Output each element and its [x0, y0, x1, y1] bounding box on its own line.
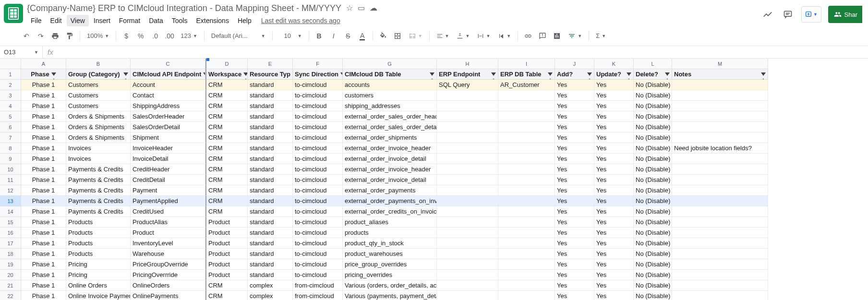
cell[interactable]: from-cimcloud [293, 291, 343, 300]
row-header[interactable]: 17 [0, 238, 21, 249]
cell[interactable]: external_order_invoice_detail [343, 154, 437, 164]
column-header-C[interactable]: C [131, 59, 205, 69]
cell[interactable]: Product [205, 228, 248, 238]
cell[interactable]: Account [131, 80, 205, 90]
column-header-A[interactable]: A [21, 59, 66, 69]
cell[interactable]: Yes [555, 175, 594, 185]
cell[interactable]: product_warehouses [343, 249, 437, 259]
cell[interactable] [498, 206, 555, 217]
cell[interactable]: Phase 1 [21, 270, 66, 280]
cell[interactable]: Phase 1 [21, 206, 66, 217]
cell[interactable]: Phase 1 [21, 143, 66, 154]
cell[interactable] [672, 259, 768, 270]
cell[interactable]: standard [248, 143, 293, 154]
cell[interactable]: Yes [555, 196, 594, 206]
cell[interactable]: CRM [205, 143, 248, 154]
merge-button[interactable]: ▼ [406, 32, 425, 40]
cell[interactable]: CRM [205, 111, 248, 122]
cell[interactable]: Contact [131, 90, 205, 101]
cell[interactable]: Phase 1 [21, 280, 66, 291]
menu-help[interactable]: Help [234, 15, 255, 26]
cell[interactable]: SalesOrderDetail [131, 122, 205, 132]
move-icon[interactable]: ▭ [358, 4, 365, 12]
cell[interactable] [672, 80, 768, 90]
cell[interactable] [437, 154, 498, 164]
cell[interactable]: Product [205, 238, 248, 249]
font-size-select[interactable]: 10▼ [277, 32, 305, 39]
filter-icon[interactable] [123, 72, 128, 76]
cell[interactable]: Yes [594, 196, 634, 206]
link-button[interactable] [522, 30, 534, 42]
cell[interactable]: standard [248, 228, 293, 238]
cell[interactable]: product_qty_in_stock [343, 238, 437, 249]
cell[interactable]: Yes [555, 185, 594, 196]
cell[interactable] [437, 132, 498, 143]
cell[interactable]: complex [248, 291, 293, 300]
cell[interactable]: to-cimcloud [293, 249, 343, 259]
row-header[interactable]: 9 [0, 154, 21, 164]
name-box[interactable]: O13▼ [0, 48, 42, 56]
row-header[interactable]: 14 [0, 206, 21, 217]
cell[interactable] [498, 185, 555, 196]
cell[interactable]: to-cimcloud [293, 164, 343, 175]
rotate-button[interactable]: ▼ [495, 33, 514, 39]
column-header-J[interactable]: J [555, 59, 594, 69]
cell[interactable]: No (Disable) [634, 90, 672, 101]
cell[interactable]: to-cimcloud [293, 185, 343, 196]
cell[interactable]: CRM [205, 80, 248, 90]
cell[interactable]: Invoices [66, 143, 131, 154]
decrease-decimal-button[interactable]: .0 [149, 30, 161, 42]
cell[interactable] [498, 154, 555, 164]
cell[interactable] [498, 270, 555, 280]
cell[interactable]: OnlineOrders [131, 280, 205, 291]
cell[interactable] [437, 249, 498, 259]
cell[interactable]: to-cimcloud [293, 90, 343, 101]
cell[interactable]: from-cimcloud [293, 280, 343, 291]
header-cell[interactable]: Update? [594, 69, 634, 80]
cell[interactable]: external_order_shipments [343, 132, 437, 143]
cell[interactable]: Yes [555, 270, 594, 280]
cell[interactable]: Payments & Credits [66, 206, 131, 217]
header-cell[interactable]: Phase [21, 69, 66, 80]
cell[interactable]: Phase 1 [21, 249, 66, 259]
cell[interactable]: Yes [594, 111, 634, 122]
cell[interactable]: to-cimcloud [293, 196, 343, 206]
cell[interactable]: Invoices [66, 154, 131, 164]
cell[interactable]: CRM [205, 185, 248, 196]
cell[interactable] [672, 122, 768, 132]
header-cell[interactable]: Notes [672, 69, 768, 80]
cell[interactable]: Yes [555, 132, 594, 143]
menu-file[interactable]: File [27, 15, 46, 26]
cell[interactable]: No (Disable) [634, 259, 672, 270]
cell[interactable]: Phase 1 [21, 154, 66, 164]
cell[interactable]: No (Disable) [634, 132, 672, 143]
cell[interactable]: Yes [555, 280, 594, 291]
cell[interactable]: Payments & Credits [66, 185, 131, 196]
cell[interactable]: PriceGroupOverride [131, 259, 205, 270]
cell[interactable] [437, 101, 498, 111]
cell[interactable]: to-cimcloud [293, 206, 343, 217]
cell[interactable]: CRM [205, 164, 248, 175]
cell[interactable]: CRM [205, 206, 248, 217]
cell[interactable]: Yes [555, 101, 594, 111]
filter-icon[interactable] [243, 72, 248, 76]
select-all-corner[interactable] [0, 59, 21, 69]
cell[interactable] [498, 111, 555, 122]
cell[interactable]: to-cimcloud [293, 122, 343, 132]
cell[interactable]: No (Disable) [634, 122, 672, 132]
cell[interactable]: to-cimcloud [293, 238, 343, 249]
font-select[interactable]: Default (Ari...▼ [208, 32, 268, 39]
row-header[interactable]: 12 [0, 185, 21, 196]
cell[interactable]: external_order_credits_on_invoices [343, 206, 437, 217]
cell[interactable]: CRM [205, 132, 248, 143]
filter-icon[interactable] [491, 72, 496, 76]
cell[interactable]: Yes [594, 164, 634, 175]
cell[interactable]: standard [248, 175, 293, 185]
cell[interactable]: standard [248, 122, 293, 132]
cell[interactable]: external_order_payments [343, 185, 437, 196]
share-button[interactable]: Shar [828, 6, 862, 23]
cell[interactable]: Yes [594, 122, 634, 132]
cell[interactable]: Phase 1 [21, 238, 66, 249]
activity-icon[interactable] [761, 8, 774, 21]
cell[interactable]: Payments & Credits [66, 164, 131, 175]
